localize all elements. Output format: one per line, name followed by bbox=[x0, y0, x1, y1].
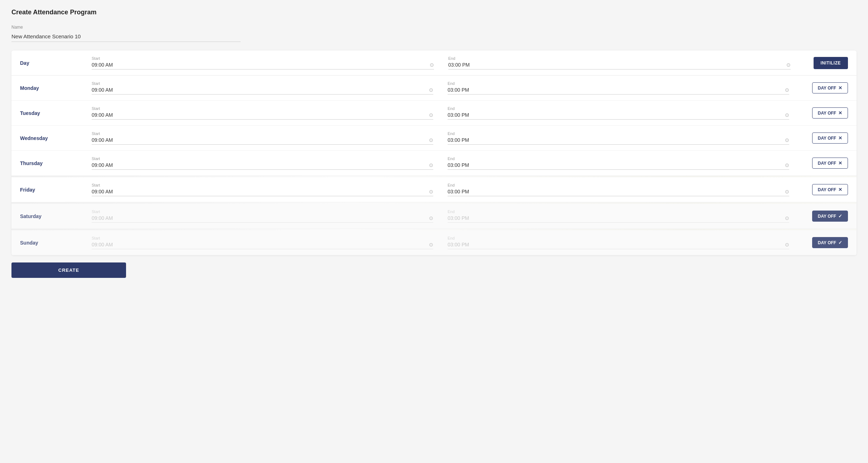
end-block-friday: End ⊙ bbox=[448, 183, 804, 196]
name-input[interactable] bbox=[11, 31, 241, 42]
start-label-friday: Start bbox=[92, 183, 433, 187]
start-block-tuesday: Start ⊙ bbox=[92, 106, 448, 120]
end-label-wednesday: End bbox=[448, 131, 789, 136]
end-input-saturday[interactable] bbox=[448, 215, 782, 221]
end-block-wednesday: End ⊙ bbox=[448, 131, 804, 145]
end-clock-icon-thursday: ⊙ bbox=[785, 162, 789, 168]
start-clock-icon-sunday: ⊙ bbox=[429, 242, 433, 247]
end-input-sunday[interactable] bbox=[448, 242, 782, 247]
end-input-monday[interactable] bbox=[448, 87, 782, 93]
start-input-wrapper-saturday: ⊙ bbox=[92, 215, 433, 223]
day-off-btn-friday[interactable]: DAY OFF ✕ bbox=[812, 184, 848, 195]
day-off-icon-friday: ✕ bbox=[838, 187, 842, 192]
day-off-icon-sunday: ✓ bbox=[838, 240, 842, 245]
end-block-saturday: End ⊙ bbox=[448, 209, 804, 223]
start-input-saturday[interactable] bbox=[92, 215, 426, 221]
end-block-tuesday: End ⊙ bbox=[448, 106, 804, 120]
create-button[interactable]: CREATE bbox=[11, 262, 126, 278]
day-name-saturday: Saturday bbox=[20, 213, 92, 219]
day-name-wednesday: Wednesday bbox=[20, 135, 92, 141]
start-clock-icon-monday: ⊙ bbox=[429, 87, 433, 93]
end-input-thursday[interactable] bbox=[448, 162, 782, 168]
create-btn-container: CREATE bbox=[11, 255, 857, 278]
end-label-monday: End bbox=[448, 81, 789, 86]
end-block-sunday: End ⊙ bbox=[448, 236, 804, 249]
end-block-thursday: End ⊙ bbox=[448, 156, 804, 170]
day-off-icon-monday: ✕ bbox=[838, 85, 842, 91]
start-input-sunday[interactable] bbox=[92, 242, 426, 247]
start-input-wrapper-wednesday: ⊙ bbox=[92, 137, 433, 145]
header-end-input-wrapper: ⊙ bbox=[448, 62, 791, 69]
day-off-label-saturday: DAY OFF bbox=[818, 214, 836, 219]
day-off-label-wednesday: DAY OFF bbox=[818, 136, 836, 141]
end-input-wrapper-sunday: ⊙ bbox=[448, 242, 789, 249]
day-off-btn-tuesday[interactable]: DAY OFF ✕ bbox=[812, 107, 848, 119]
start-block-monday: Start ⊙ bbox=[92, 81, 448, 95]
header-end-label: End bbox=[448, 56, 791, 61]
days-container: Monday Start ⊙ End ⊙ DAY OFF ✕ Tuesday bbox=[11, 76, 857, 255]
start-input-tuesday[interactable] bbox=[92, 112, 426, 118]
day-off-label-tuesday: DAY OFF bbox=[818, 111, 836, 116]
day-off-btn-sunday[interactable]: DAY OFF ✓ bbox=[812, 237, 848, 248]
end-input-wednesday[interactable] bbox=[448, 137, 782, 143]
day-row-saturday: Saturday Start ⊙ End ⊙ DAY OFF ✓ bbox=[11, 204, 857, 229]
day-off-label-thursday: DAY OFF bbox=[818, 161, 836, 166]
end-label-saturday: End bbox=[448, 209, 789, 214]
start-input-wednesday[interactable] bbox=[92, 137, 426, 143]
day-off-icon-wednesday: ✕ bbox=[838, 135, 842, 141]
start-label-monday: Start bbox=[92, 81, 433, 86]
end-label-sunday: End bbox=[448, 236, 789, 240]
page-title: Create Attendance Program bbox=[11, 9, 857, 16]
start-input-friday[interactable] bbox=[92, 189, 426, 194]
end-clock-icon-tuesday: ⊙ bbox=[785, 112, 789, 118]
day-off-btn-saturday[interactable]: DAY OFF ✓ bbox=[812, 211, 848, 222]
day-name-thursday: Thursday bbox=[20, 160, 92, 166]
day-times-saturday: Start ⊙ End ⊙ bbox=[92, 209, 804, 223]
day-row-friday: Friday Start ⊙ End ⊙ DAY OFF ✕ bbox=[11, 177, 857, 202]
day-off-icon-saturday: ✓ bbox=[838, 213, 842, 219]
end-clock-icon-friday: ⊙ bbox=[785, 189, 789, 194]
day-times-monday: Start ⊙ End ⊙ bbox=[92, 81, 804, 95]
end-label-tuesday: End bbox=[448, 106, 789, 111]
end-input-tuesday[interactable] bbox=[448, 112, 782, 118]
start-label-tuesday: Start bbox=[92, 106, 433, 111]
day-row-thursday: Thursday Start ⊙ End ⊙ DAY OFF ✕ bbox=[11, 151, 857, 176]
header-day-label: Day bbox=[20, 60, 92, 66]
header-start-input[interactable] bbox=[92, 62, 427, 68]
start-input-wrapper-monday: ⊙ bbox=[92, 87, 433, 95]
start-input-wrapper-sunday: ⊙ bbox=[92, 242, 433, 249]
end-input-wrapper-tuesday: ⊙ bbox=[448, 112, 789, 120]
end-input-wrapper-monday: ⊙ bbox=[448, 87, 789, 95]
header-start-label: Start bbox=[92, 56, 434, 61]
end-label-friday: End bbox=[448, 183, 789, 187]
start-input-wrapper-friday: ⊙ bbox=[92, 189, 433, 196]
start-clock-icon-tuesday: ⊙ bbox=[429, 112, 433, 118]
header-row: Day Start ⊙ End ⊙ INITILIZE bbox=[11, 50, 857, 76]
end-input-wrapper-friday: ⊙ bbox=[448, 189, 789, 196]
day-off-btn-monday[interactable]: DAY OFF ✕ bbox=[812, 82, 848, 93]
start-clock-icon-wednesday: ⊙ bbox=[429, 137, 433, 143]
day-times-friday: Start ⊙ End ⊙ bbox=[92, 183, 804, 196]
start-input-thursday[interactable] bbox=[92, 162, 426, 168]
end-clock-icon-saturday: ⊙ bbox=[785, 215, 789, 221]
name-section: Name bbox=[11, 25, 857, 42]
day-times-tuesday: Start ⊙ End ⊙ bbox=[92, 106, 804, 120]
start-input-monday[interactable] bbox=[92, 87, 426, 93]
day-off-btn-wednesday[interactable]: DAY OFF ✕ bbox=[812, 132, 848, 144]
day-off-btn-thursday[interactable]: DAY OFF ✕ bbox=[812, 158, 848, 169]
header-end-input[interactable] bbox=[448, 62, 783, 68]
start-clock-icon-saturday: ⊙ bbox=[429, 215, 433, 221]
header-end-block: End ⊙ bbox=[448, 56, 805, 69]
header-start-block: Start ⊙ bbox=[92, 56, 448, 69]
start-label-thursday: Start bbox=[92, 156, 433, 161]
end-input-wrapper-thursday: ⊙ bbox=[448, 162, 789, 170]
day-name-sunday: Sunday bbox=[20, 240, 92, 246]
end-input-friday[interactable] bbox=[448, 189, 782, 194]
start-block-thursday: Start ⊙ bbox=[92, 156, 448, 170]
start-block-sunday: Start ⊙ bbox=[92, 236, 448, 249]
initialize-button[interactable]: INITILIZE bbox=[814, 57, 848, 69]
day-name-monday: Monday bbox=[20, 85, 92, 91]
start-block-friday: Start ⊙ bbox=[92, 183, 448, 196]
day-off-icon-thursday: ✕ bbox=[838, 160, 842, 166]
end-label-thursday: End bbox=[448, 156, 789, 161]
